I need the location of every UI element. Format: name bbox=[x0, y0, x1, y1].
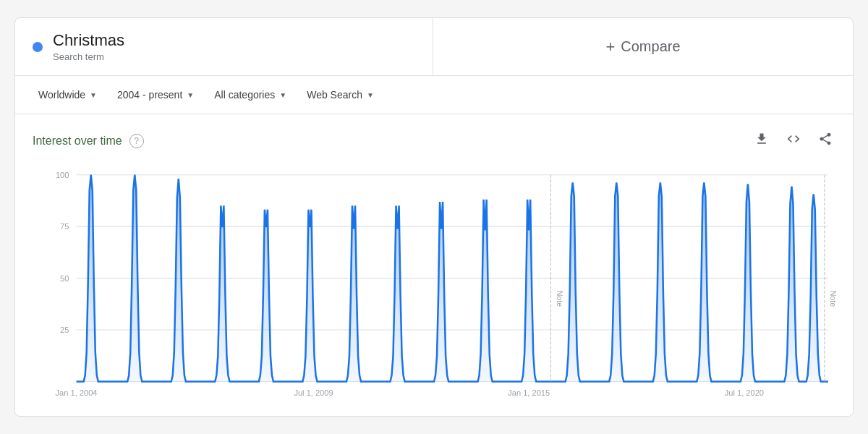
svg-text:Jan 1, 2004: Jan 1, 2004 bbox=[56, 388, 98, 396]
embed-icon bbox=[786, 132, 801, 146]
categories-chevron-icon: ▼ bbox=[279, 91, 286, 99]
header: Christmas Search term + Compare bbox=[15, 18, 853, 76]
search-type-chevron-icon: ▼ bbox=[367, 91, 374, 99]
interest-chart: 100 75 50 25 Note Note Jan 1, 2004 Jul 1… bbox=[33, 167, 835, 399]
region-filter[interactable]: Worldwide ▼ bbox=[33, 85, 103, 105]
share-icon bbox=[818, 132, 833, 146]
svg-text:25: 25 bbox=[60, 326, 69, 334]
compare-section[interactable]: + Compare bbox=[433, 18, 853, 75]
time-range-filter[interactable]: 2004 - present ▼ bbox=[111, 85, 200, 105]
chart-actions bbox=[752, 129, 835, 153]
chart-title-area: Interest over time ? bbox=[33, 134, 144, 148]
svg-text:100: 100 bbox=[56, 171, 69, 179]
compare-button[interactable]: + Compare bbox=[605, 38, 680, 56]
term-type: Search term bbox=[53, 51, 124, 62]
compare-label: Compare bbox=[621, 38, 680, 55]
svg-text:Note: Note bbox=[556, 291, 563, 307]
chart-header: Interest over time ? bbox=[33, 129, 835, 153]
search-type-label: Web Search bbox=[307, 89, 362, 101]
filter-bar: Worldwide ▼ 2004 - present ▼ All categor… bbox=[15, 76, 853, 114]
term-name: Christmas bbox=[53, 31, 124, 50]
search-term-text: Christmas Search term bbox=[53, 31, 124, 62]
svg-text:Jan 1, 2015: Jan 1, 2015 bbox=[508, 388, 550, 396]
share-button[interactable] bbox=[815, 129, 835, 153]
plus-icon: + bbox=[605, 38, 615, 56]
svg-text:Jul 1, 2009: Jul 1, 2009 bbox=[294, 388, 333, 396]
chart-section: Interest over time ? bbox=[15, 114, 853, 416]
download-button[interactable] bbox=[752, 129, 772, 153]
time-range-chevron-icon: ▼ bbox=[187, 91, 194, 99]
svg-text:Jul 1, 2020: Jul 1, 2020 bbox=[725, 388, 764, 396]
categories-filter[interactable]: All categories ▼ bbox=[208, 85, 292, 105]
region-label: Worldwide bbox=[38, 89, 85, 101]
embed-button[interactable] bbox=[783, 129, 804, 153]
categories-label: All categories bbox=[214, 89, 275, 101]
region-chevron-icon: ▼ bbox=[90, 91, 97, 99]
help-icon[interactable]: ? bbox=[129, 134, 144, 148]
main-container: Christmas Search term + Compare Worldwid… bbox=[14, 17, 854, 417]
svg-text:50: 50 bbox=[60, 274, 69, 283]
time-range-label: 2004 - present bbox=[117, 89, 182, 101]
chart-wrapper: 100 75 50 25 Note Note Jan 1, 2004 Jul 1… bbox=[33, 167, 835, 401]
download-icon bbox=[754, 132, 769, 146]
svg-text:75: 75 bbox=[60, 222, 69, 231]
term-color-dot bbox=[33, 42, 43, 52]
search-term-section: Christmas Search term bbox=[15, 18, 433, 75]
search-type-filter[interactable]: Web Search ▼ bbox=[301, 85, 380, 105]
chart-title: Interest over time bbox=[33, 135, 122, 148]
svg-text:Note: Note bbox=[829, 291, 837, 307]
